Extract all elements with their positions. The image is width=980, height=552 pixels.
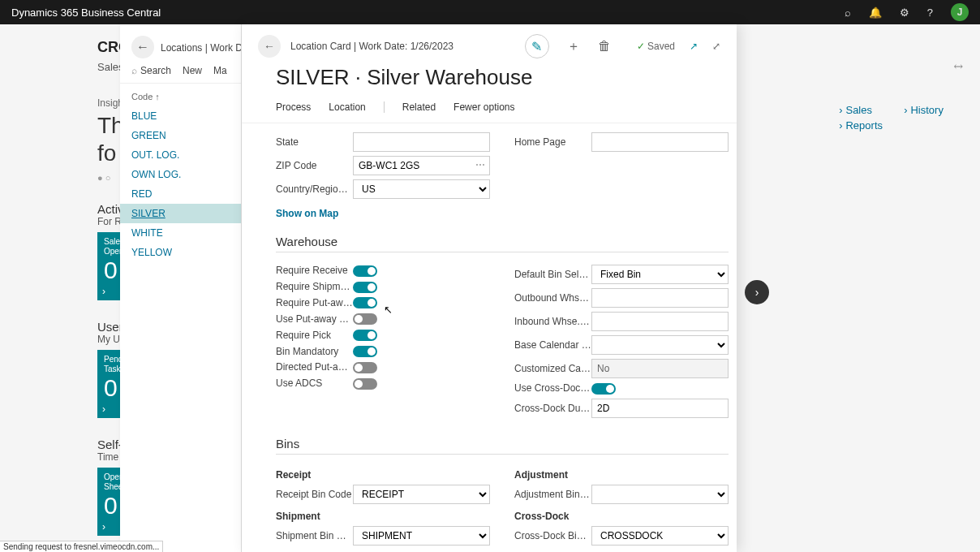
manage-action[interactable]: Ma	[213, 65, 227, 76]
chevron-right-icon: ›	[102, 403, 105, 415]
tab-fewer-options[interactable]: Fewer options	[453, 101, 514, 116]
tab-location[interactable]: Location	[329, 101, 365, 116]
status-bar: Sending request to fresnel.vimeocdn.com.…	[0, 541, 163, 552]
app-title: Dynamics 365 Business Central	[11, 6, 845, 19]
shipment-bin-select[interactable]: SHIPMENT	[353, 526, 490, 546]
cross-dock-due-input[interactable]	[591, 399, 729, 418]
edit-button[interactable]: ✎	[525, 34, 549, 58]
app-top-bar: Dynamics 365 Business Central ⌕ 🔔 ⚙ ? J	[0, 0, 980, 24]
chevron-right-icon: ›	[904, 104, 907, 116]
back-button[interactable]: ←	[131, 36, 154, 58]
bins-heading[interactable]: Bins	[276, 437, 729, 455]
location-card-panel: ← Location Card | Work Date: 1/26/2023 ✎…	[242, 24, 737, 552]
search-action[interactable]: Search	[131, 65, 171, 76]
list-item[interactable]: YELLOW	[120, 243, 241, 262]
list-item[interactable]: SILVER	[120, 204, 241, 223]
adjustment-bin-select[interactable]	[591, 485, 729, 504]
use-adcs-toggle[interactable]	[353, 378, 377, 390]
fullscreen-icon[interactable]: ⤢	[712, 41, 720, 52]
base-calendar-select[interactable]	[591, 335, 729, 355]
column-header-code[interactable]: Code ↑	[120, 84, 241, 106]
help-icon[interactable]: ?	[927, 6, 933, 19]
require-pick-toggle[interactable]	[353, 330, 377, 341]
state-input[interactable]	[353, 132, 490, 152]
gear-icon[interactable]: ⚙	[900, 6, 909, 19]
tab-process[interactable]: Process	[276, 101, 311, 116]
locations-list-panel: ← Locations | Work Date: 1/ Search New M…	[120, 24, 242, 552]
back-button[interactable]: ←	[258, 35, 281, 58]
homepage-input[interactable]	[591, 132, 729, 152]
inbound-handling-input[interactable]	[591, 312, 729, 331]
outbound-handling-input[interactable]	[591, 288, 729, 308]
receipt-subheading: Receipt	[276, 469, 490, 481]
bin-mandatory-toggle[interactable]	[353, 346, 377, 357]
use-cross-docking-toggle[interactable]	[591, 383, 616, 395]
search-icon[interactable]: ⌕	[845, 6, 851, 19]
show-on-map-link[interactable]: Show on Map	[276, 208, 338, 219]
chevron-right-icon: ›	[839, 104, 842, 116]
delete-button[interactable]: 🗑	[598, 39, 611, 54]
warehouse-heading[interactable]: Warehouse	[276, 235, 729, 252]
share-icon[interactable]: ↗	[690, 41, 698, 52]
chevron-right-icon: ›	[839, 119, 842, 132]
list-item[interactable]: BLUE	[120, 106, 241, 126]
default-bin-selection[interactable]: Fixed Bin	[591, 265, 729, 284]
expand-icon[interactable]: ⤢	[951, 58, 967, 75]
use-putaway-worksheet-toggle[interactable]	[353, 313, 377, 325]
require-putaway-toggle[interactable]	[353, 297, 377, 308]
avatar[interactable]: J	[951, 3, 969, 21]
country-select[interactable]: US	[353, 179, 490, 199]
tab-related[interactable]: Related	[402, 101, 436, 116]
chevron-right-icon: ›	[102, 286, 105, 297]
adjustment-subheading: Adjustment	[514, 469, 729, 481]
crossdock-bin-select[interactable]: CROSSDOCK	[591, 526, 729, 546]
card-breadcrumb: Location Card | Work Date: 1/26/2023	[290, 41, 453, 52]
saved-indicator: ✓ Saved	[637, 41, 675, 52]
zip-input[interactable]	[353, 156, 490, 175]
receipt-bin-select[interactable]: RECEIPT	[353, 485, 490, 504]
bell-icon[interactable]: 🔔	[869, 6, 882, 19]
list-item[interactable]: RED	[120, 184, 241, 204]
list-item[interactable]: OUT. LOG.	[120, 145, 241, 165]
new-action[interactable]: New	[183, 65, 202, 76]
require-shipment-toggle[interactable]	[353, 282, 377, 293]
customized-calendar-field[interactable]	[591, 359, 729, 378]
right-action-links: ›Sales ›History ›Reports	[839, 104, 883, 135]
list-item[interactable]: OWN LOG.	[120, 165, 241, 184]
list-item[interactable]: WHITE	[120, 223, 241, 243]
chevron-right-icon: ›	[102, 521, 105, 533]
shipment-subheading: Shipment	[276, 511, 490, 522]
crossdock-subheading: Cross-Dock	[514, 511, 729, 522]
carousel-next-button[interactable]: ›	[745, 280, 769, 304]
require-receive-toggle[interactable]	[353, 265, 377, 277]
directed-putaway-toggle[interactable]	[353, 362, 377, 373]
list-item[interactable]: GREEN	[120, 126, 241, 145]
page-title: SILVER · Silver Warehouse	[242, 58, 737, 101]
new-button[interactable]: ＋	[567, 38, 580, 55]
